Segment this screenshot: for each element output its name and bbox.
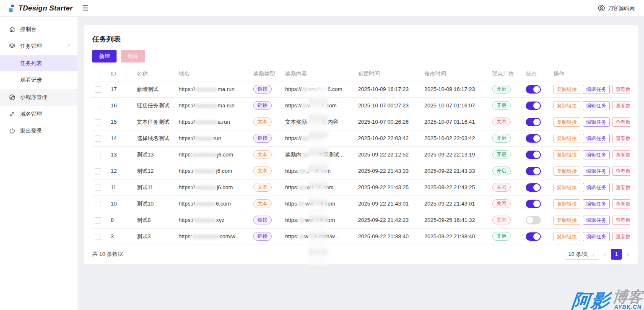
row-checkbox[interactable] bbox=[95, 135, 101, 142]
row-checkbox[interactable] bbox=[95, 217, 101, 224]
view-data-button[interactable]: 查看数据 bbox=[612, 216, 630, 225]
status-toggle[interactable] bbox=[526, 151, 541, 159]
view-data-button[interactable]: 查看数据 bbox=[612, 183, 630, 192]
edit-task-button[interactable]: 编辑任务 bbox=[583, 199, 610, 208]
toggle-knob bbox=[533, 184, 540, 191]
table-row: 15文本任务测试https://a.run文本文本奖励励内容2025-10-07… bbox=[92, 114, 630, 130]
sidebar-item-watch-records[interactable]: 观看记录 bbox=[0, 72, 78, 88]
select-all-checkbox[interactable] bbox=[95, 71, 101, 77]
view-data-button[interactable]: 查看数据 bbox=[612, 85, 630, 94]
redacted-text bbox=[310, 234, 314, 239]
add-button[interactable]: 新增 bbox=[92, 50, 117, 63]
edit-task-button[interactable]: 编辑任务 bbox=[583, 183, 610, 192]
row-checkbox[interactable] bbox=[95, 185, 101, 191]
sidebar-item-task-management[interactable]: 任务管理 ⌃ bbox=[0, 38, 78, 55]
row-checkbox[interactable] bbox=[95, 168, 101, 175]
table-header-row: ID名称域名奖励类型奖励内容创建时间修改时间强点广告状态操作 bbox=[92, 67, 630, 81]
cell-actions: 复制链接编辑任务查看数据 bbox=[551, 179, 630, 195]
edit-task-button[interactable]: 编辑任务 bbox=[583, 167, 610, 176]
cell-text: 6.com bbox=[320, 217, 335, 223]
edit-task-button[interactable]: 编辑任务 bbox=[583, 117, 610, 127]
internet-icon bbox=[8, 94, 16, 101]
cell-text: com/w... bbox=[220, 233, 240, 240]
app-logo[interactable]: TDesign Starter bbox=[0, 4, 78, 13]
status-toggle[interactable] bbox=[526, 216, 541, 224]
status-toggle[interactable] bbox=[526, 85, 541, 94]
cell-id: 8 bbox=[108, 212, 134, 228]
redacted-text bbox=[299, 169, 306, 174]
copy-link-button[interactable]: 复制链接 bbox=[553, 150, 580, 159]
row-checkbox[interactable] bbox=[95, 86, 101, 93]
row-checkbox[interactable] bbox=[95, 119, 101, 125]
view-data-button[interactable]: 查看数据 bbox=[612, 167, 630, 176]
copy-link-button[interactable]: 复制链接 bbox=[553, 117, 580, 127]
edit-task-button[interactable]: 编辑任务 bbox=[583, 150, 610, 159]
cell-text: https:// bbox=[179, 184, 195, 190]
menu-collapse-icon[interactable]: ☰ bbox=[82, 5, 88, 12]
view-data-button[interactable]: 查看数据 bbox=[612, 199, 630, 208]
sidebar-item-domain-management[interactable]: 域名管理 bbox=[0, 106, 78, 122]
reward-type-tag: 文本 bbox=[253, 183, 272, 192]
table-row: 11测试11https://j6.com文本https:w.lj6.com202… bbox=[92, 179, 630, 195]
site-watermark: 阿影 博客 AYBK.CN bbox=[571, 290, 644, 310]
edit-task-button[interactable]: 编辑任务 bbox=[583, 85, 610, 94]
row-checkbox[interactable] bbox=[95, 152, 101, 158]
row-checkbox-cell bbox=[92, 130, 108, 146]
edit-task-button[interactable]: 编辑任务 bbox=[583, 101, 610, 110]
copy-link-button[interactable]: 复制链接 bbox=[553, 199, 580, 208]
delete-button[interactable]: 删除 bbox=[121, 50, 145, 63]
sidebar-item-logout[interactable]: 退出登录 bbox=[0, 122, 78, 139]
redacted-text bbox=[302, 87, 309, 92]
view-data-button[interactable]: 查看数据 bbox=[612, 101, 630, 110]
status-toggle[interactable] bbox=[526, 200, 541, 208]
copy-link-button[interactable]: 复制链接 bbox=[553, 134, 580, 143]
copy-link-button[interactable]: 复制链接 bbox=[553, 216, 580, 225]
view-data-button[interactable]: 查看数据 bbox=[612, 134, 630, 143]
edit-task-button[interactable]: 编辑任务 bbox=[583, 216, 610, 225]
cell-id: 12 bbox=[108, 163, 134, 179]
row-checkbox[interactable] bbox=[95, 201, 101, 207]
status-toggle[interactable] bbox=[526, 183, 541, 192]
cell-reward-type: 链接 bbox=[251, 81, 283, 97]
row-checkbox[interactable] bbox=[95, 103, 101, 109]
status-toggle[interactable] bbox=[526, 118, 541, 126]
status-toggle[interactable] bbox=[526, 232, 541, 241]
view-data-button[interactable]: 查看数据 bbox=[612, 232, 630, 241]
copy-link-button[interactable]: 复制链接 bbox=[553, 167, 580, 176]
table-row: 3测试3https:com/w...链接https:w.6.com/w...20… bbox=[92, 228, 630, 245]
edit-task-button[interactable]: 编辑任务 bbox=[583, 134, 610, 143]
status-toggle[interactable] bbox=[526, 134, 541, 143]
column-header: 奖励内容 bbox=[283, 67, 356, 81]
total-count-label: 共 10 条数据 bbox=[92, 250, 123, 258]
table-row: 12测试12https:/j6.com文本https:.lj6.com2025-… bbox=[92, 163, 630, 179]
cell-text: https:// bbox=[285, 135, 301, 141]
sidebar-item-label: 任务管理 bbox=[20, 42, 42, 50]
sidebar-item-miniprogram-management[interactable]: 小程序管理 bbox=[0, 89, 78, 106]
cell-modified-time: 2025-10-02 22:03:42 bbox=[422, 130, 490, 146]
sidebar-item-dashboard[interactable]: 控制台 bbox=[0, 21, 78, 38]
copy-link-button[interactable]: 复制链接 bbox=[553, 183, 580, 192]
home-icon bbox=[8, 26, 16, 33]
reward-type-tag: 链接 bbox=[253, 134, 272, 143]
cell-created-time: 2025-10-02 22:03:42 bbox=[356, 130, 422, 146]
copy-link-button[interactable]: 复制链接 bbox=[553, 85, 580, 94]
row-checkbox[interactable] bbox=[95, 234, 101, 240]
status-toggle[interactable] bbox=[526, 102, 541, 110]
sidebar-item-task-list[interactable]: 任务列表 bbox=[0, 55, 78, 71]
main-content: 任务列表 新增 删除 ID名称域名奖励类型奖励内容创建时间修改时间强点广告状态操… bbox=[78, 17, 644, 310]
edit-task-button[interactable]: 编辑任务 bbox=[583, 232, 610, 241]
user-menu[interactable]: 刀客源码网 bbox=[598, 5, 644, 12]
prev-page-button[interactable]: ‹ bbox=[603, 251, 607, 258]
cell-text: https:// bbox=[285, 102, 301, 109]
copy-link-button[interactable]: 复制链接 bbox=[553, 232, 580, 241]
view-data-button[interactable]: 查看数据 bbox=[612, 150, 630, 159]
page-number-button[interactable]: 1 bbox=[611, 249, 622, 260]
view-data-button[interactable]: 查看数据 bbox=[612, 117, 630, 127]
copy-link-button[interactable]: 复制链接 bbox=[553, 101, 580, 110]
next-page-button[interactable]: › bbox=[626, 251, 630, 258]
table-row: 16链接任务测试https://ma.run链接https://v6.com20… bbox=[92, 97, 630, 114]
status-toggle[interactable] bbox=[526, 167, 541, 175]
redacted-text bbox=[302, 153, 317, 157]
page-size-select[interactable]: 10 条/页 ⌄ bbox=[565, 249, 599, 260]
cell-reward-content: https:.lj6.com bbox=[283, 163, 356, 179]
